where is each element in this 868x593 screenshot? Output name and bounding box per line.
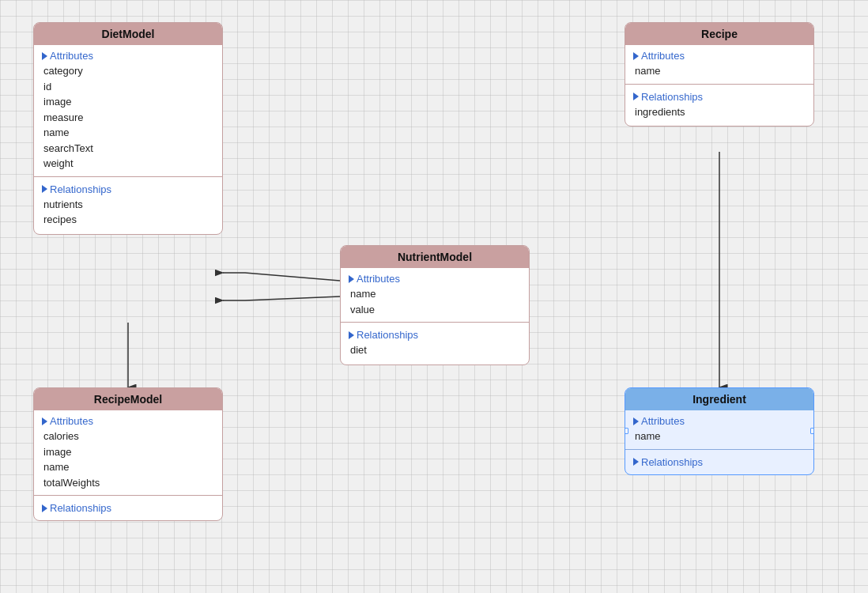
- dietmodel-attr-searchtext: searchText: [42, 141, 214, 157]
- entity-recipe-attributes: Attributes name: [625, 45, 813, 82]
- nutrientmodel-attr-name: name: [349, 286, 521, 302]
- entity-ingredient-attributes: Attributes name: [625, 410, 813, 448]
- resize-handle-right[interactable]: [810, 428, 814, 434]
- recipe-relationships-title: Relationships: [633, 91, 806, 103]
- nutrientmodel-relationships-title: Relationships: [349, 329, 521, 341]
- nutrientmodel-attr-value: value: [349, 302, 521, 318]
- entity-recipemodel-header: RecipeModel: [34, 388, 222, 410]
- recipe-attr-name: name: [633, 63, 806, 79]
- recipe-attributes-title: Attributes: [633, 50, 806, 62]
- entity-ingredient-header: Ingredient: [625, 388, 813, 410]
- dietmodel-rel-recipes: recipes: [42, 212, 214, 228]
- entity-dietmodel-attributes: Attributes category id image measure nam…: [34, 45, 222, 175]
- entity-recipe[interactable]: Recipe Attributes name Relationships ing…: [625, 22, 814, 127]
- dietmodel-attr-measure: measure: [42, 110, 214, 126]
- dietmodel-relationships-title: Relationships: [42, 183, 214, 195]
- entity-nutrientmodel-attributes: Attributes name value: [341, 268, 529, 320]
- recipemodel-attributes-title: Attributes: [42, 415, 214, 427]
- entity-ingredient[interactable]: Ingredient Attributes name Relationships: [625, 387, 814, 475]
- nutrientmodel-rel-diet: diet: [349, 342, 521, 358]
- recipemodel-attr-calories: calories: [42, 429, 214, 444]
- ingredient-relationships-title: Relationships: [633, 456, 806, 468]
- entity-dietmodel-header: DietModel: [34, 23, 222, 45]
- dietmodel-rel-nutrients: nutrients: [42, 197, 214, 213]
- dietmodel-attr-category: category: [42, 63, 214, 79]
- entity-recipemodel[interactable]: RecipeModel Attributes calories image na…: [33, 387, 223, 521]
- entity-nutrientmodel-relationships: Relationships diet: [341, 324, 529, 364]
- dietmodel-attributes-title: Attributes: [42, 50, 214, 62]
- recipemodel-attr-totalweights: totalWeights: [42, 475, 214, 491]
- recipemodel-relationships-title: Relationships: [42, 502, 214, 514]
- recipemodel-attr-image: image: [42, 444, 214, 460]
- entity-recipemodel-attributes: Attributes calories image name totalWeig…: [34, 410, 222, 493]
- ingredient-attributes-title: Attributes: [633, 415, 806, 427]
- entity-dietmodel-relationships: Relationships nutrients recipes: [34, 179, 222, 234]
- recipe-rel-ingredients: ingredients: [633, 104, 806, 120]
- dietmodel-attr-weight: weight: [42, 156, 214, 172]
- entity-recipemodel-relationships: Relationships: [34, 497, 222, 520]
- entity-nutrientmodel-header: NutrientModel: [341, 246, 529, 268]
- resize-handle-left[interactable]: [625, 428, 628, 434]
- diagram-canvas: DietModel Attributes category id image m…: [0, 0, 868, 593]
- entity-nutrientmodel[interactable]: NutrientModel Attributes name value Rela…: [340, 245, 530, 365]
- dietmodel-attr-image: image: [42, 94, 214, 110]
- entity-dietmodel[interactable]: DietModel Attributes category id image m…: [33, 22, 223, 235]
- entity-recipe-relationships: Relationships ingredients: [625, 86, 813, 127]
- nutrientmodel-attributes-title: Attributes: [349, 273, 521, 285]
- entity-recipe-header: Recipe: [625, 23, 813, 45]
- dietmodel-attr-name: name: [42, 125, 214, 141]
- entity-ingredient-relationships: Relationships: [625, 451, 813, 474]
- recipemodel-attr-name: name: [42, 459, 214, 475]
- dietmodel-attr-id: id: [42, 79, 214, 95]
- ingredient-attr-name: name: [633, 429, 806, 444]
